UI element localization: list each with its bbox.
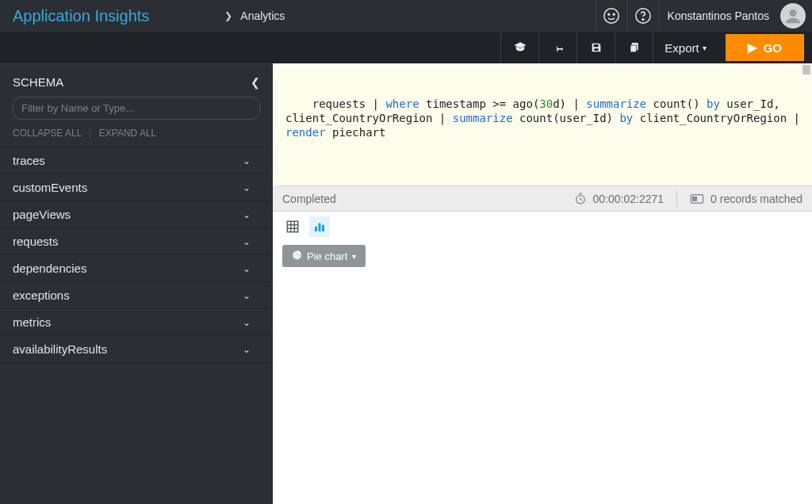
query-token: count(user_Id) xyxy=(513,112,620,124)
query-token: by xyxy=(707,97,720,110)
schema-item-label: customEvents xyxy=(13,181,87,194)
main-area: SCHEMA ❮ COLLAPSE ALL | EXPAND ALL trace… xyxy=(0,63,812,504)
academic-cap-icon[interactable] xyxy=(500,32,538,63)
svg-rect-18 xyxy=(319,223,321,232)
help-icon[interactable] xyxy=(627,0,659,32)
chevron-down-icon: ⌄ xyxy=(243,155,260,166)
svg-point-5 xyxy=(789,10,796,17)
svg-rect-19 xyxy=(322,225,324,231)
collapse-all-button[interactable]: COLLAPSE ALL xyxy=(13,128,82,139)
schema-list: traces⌄ customEvents⌄ pageViews⌄ request… xyxy=(0,147,273,363)
schema-item-label: traces xyxy=(13,154,45,167)
query-editor[interactable]: requests | where timestamp >= ago(30d) |… xyxy=(273,63,812,186)
svg-point-4 xyxy=(642,19,644,21)
chevron-down-icon: ⌄ xyxy=(243,344,260,355)
query-token: summarize xyxy=(586,97,646,110)
query-token: by xyxy=(619,112,633,124)
chevron-down-icon: ▾ xyxy=(352,252,356,261)
table-view-button[interactable] xyxy=(282,216,303,237)
query-token: 30 xyxy=(539,97,553,110)
schema-item-label: exceptions xyxy=(13,288,70,302)
export-button[interactable]: Export ▾ xyxy=(653,32,717,63)
brand-title[interactable]: Application Insights xyxy=(0,7,149,25)
status-records: 0 records matched xyxy=(710,193,802,205)
query-token: summarize xyxy=(453,112,513,124)
timer-icon xyxy=(574,193,587,205)
chevron-right-icon: ❯ xyxy=(224,10,232,21)
chevron-down-icon: ⌄ xyxy=(243,290,260,301)
schema-item-traces[interactable]: traces⌄ xyxy=(0,147,273,174)
pie-chart-icon xyxy=(292,250,302,262)
schema-item-availabilityresults[interactable]: availabilityResults⌄ xyxy=(0,336,273,363)
svg-point-2 xyxy=(613,13,615,15)
separator xyxy=(676,191,677,207)
svg-rect-17 xyxy=(315,227,317,231)
user-avatar[interactable] xyxy=(780,3,806,29)
status-bar: Completed 00:00:02:2271 0 records matche… xyxy=(273,186,812,212)
query-token: count() xyxy=(646,97,707,110)
chart-view-button[interactable] xyxy=(309,216,330,237)
copy-icon[interactable] xyxy=(615,32,653,63)
collapse-sidebar-icon[interactable]: ❮ xyxy=(251,76,260,89)
action-toolbar: Export ▾ ▶ GO xyxy=(0,32,812,63)
query-token: requests | xyxy=(312,97,386,110)
schema-filter-input[interactable] xyxy=(13,97,260,120)
chart-type-label: Pie chart xyxy=(307,250,347,262)
top-bar: Application Insights ❯ Analytics Konstan… xyxy=(0,0,812,32)
chart-type-selector[interactable]: Pie chart ▾ xyxy=(282,245,366,267)
user-name[interactable]: Konstantinos Pantos xyxy=(659,0,777,32)
schema-item-exceptions[interactable]: exceptions⌄ xyxy=(0,282,273,309)
query-token: d) | xyxy=(553,97,586,110)
go-button[interactable]: ▶ GO xyxy=(726,34,804,61)
schema-item-metrics[interactable]: metrics⌄ xyxy=(0,309,273,336)
export-label: Export xyxy=(665,41,699,55)
schema-item-label: dependencies xyxy=(13,262,86,275)
schema-item-label: availabilityResults xyxy=(13,342,107,356)
schema-item-label: requests xyxy=(13,235,59,248)
schema-item-pageviews[interactable]: pageViews⌄ xyxy=(0,201,273,228)
separator: | xyxy=(89,128,91,139)
status-duration: 00:00:02:2271 xyxy=(593,193,665,205)
go-label: GO xyxy=(764,41,782,55)
breadcrumb-item[interactable]: Analytics xyxy=(240,10,285,22)
svg-point-1 xyxy=(608,13,610,15)
expand-all-button[interactable]: EXPAND ALL xyxy=(99,128,156,139)
schema-item-label: metrics xyxy=(13,315,51,329)
chevron-down-icon: ⌄ xyxy=(243,182,260,193)
feedback-icon[interactable] xyxy=(596,0,627,32)
chevron-down-icon: ▾ xyxy=(703,44,707,52)
svg-rect-8 xyxy=(630,45,636,52)
query-token: where xyxy=(385,97,419,110)
schema-title: SCHEMA xyxy=(13,75,251,89)
schema-item-customevents[interactable]: customEvents⌄ xyxy=(0,174,273,201)
query-token: render xyxy=(285,126,326,139)
status-state: Completed xyxy=(282,193,336,205)
schema-sidebar: SCHEMA ❮ COLLAPSE ALL | EXPAND ALL trace… xyxy=(0,63,273,504)
results-pane xyxy=(273,277,812,504)
svg-rect-12 xyxy=(287,221,298,232)
svg-rect-11 xyxy=(693,197,697,200)
records-icon xyxy=(690,193,704,204)
view-toolbar xyxy=(273,212,812,242)
pin-icon[interactable] xyxy=(538,32,576,63)
schema-item-dependencies[interactable]: dependencies⌄ xyxy=(0,255,273,282)
play-icon: ▶ xyxy=(748,40,757,55)
svg-point-0 xyxy=(604,9,619,23)
chevron-down-icon: ⌄ xyxy=(243,317,260,328)
chevron-down-icon: ⌄ xyxy=(243,236,260,247)
schema-item-label: pageViews xyxy=(13,208,71,221)
save-icon[interactable] xyxy=(576,32,615,63)
chevron-down-icon: ⌄ xyxy=(243,263,260,274)
content-area: requests | where timestamp >= ago(30d) |… xyxy=(273,63,812,504)
query-token: client_CountryOrRegion | xyxy=(633,112,806,124)
query-token: piechart xyxy=(326,126,386,139)
scrollbar-thumb[interactable] xyxy=(802,65,810,74)
query-token: timestamp >= ago( xyxy=(419,97,540,110)
chevron-down-icon: ⌄ xyxy=(243,209,260,220)
schema-item-requests[interactable]: requests⌄ xyxy=(0,228,273,255)
